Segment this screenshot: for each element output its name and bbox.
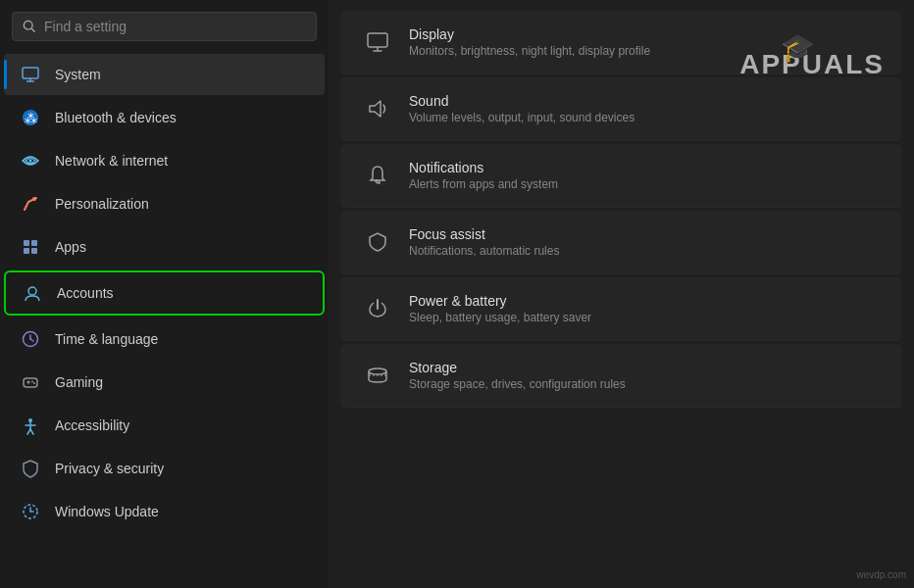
svg-point-8 (32, 197, 36, 201)
svg-point-21 (33, 382, 35, 384)
network-icon (20, 150, 41, 172)
search-input[interactable] (44, 19, 306, 34)
sidebar-label-accounts: Accounts (57, 285, 114, 301)
svg-rect-11 (24, 248, 29, 254)
setting-item-power[interactable]: Power & batterySleep, battery usage, bat… (340, 277, 902, 341)
focus-setting-desc: Notifications, automatic rules (409, 244, 559, 258)
gaming-icon (20, 371, 41, 393)
bluetooth-icon: ⁂ (20, 107, 41, 128)
svg-rect-2 (23, 68, 38, 78)
notifications-setting-text: NotificationsAlerts from apps and system (409, 160, 558, 191)
sound-setting-title: Sound (409, 93, 635, 109)
focus-setting-icon (364, 228, 391, 256)
power-setting-desc: Sleep, battery usage, battery saver (409, 311, 591, 324)
sidebar-label-accessibility: Accessibility (55, 417, 129, 433)
search-icon (23, 20, 36, 33)
power-setting-title: Power & battery (409, 293, 591, 309)
system-icon (20, 64, 41, 85)
svg-line-16 (30, 339, 33, 341)
sound-setting-icon (364, 95, 391, 122)
watermark: wevdp.com (856, 569, 906, 580)
focus-setting-text: Focus assistNotifications, automatic rul… (409, 226, 559, 258)
display-setting-desc: Monitors, brightness, night light, displ… (409, 44, 650, 58)
svg-rect-10 (31, 240, 37, 246)
svg-rect-12 (31, 248, 37, 254)
sidebar: System⁂Bluetooth & devicesNetwork & inte… (0, 0, 329, 588)
sidebar-item-system[interactable]: System (4, 54, 325, 95)
sidebar-label-personalization: Personalization (55, 196, 149, 212)
sidebar-item-personalization[interactable]: Personalization (4, 183, 325, 224)
apps-icon (20, 236, 41, 258)
sidebar-item-privacy[interactable]: Privacy & security (4, 448, 325, 489)
sidebar-label-time: Time & language (55, 331, 158, 347)
notifications-setting-title: Notifications (409, 160, 558, 175)
svg-point-7 (29, 160, 32, 163)
display-setting-text: DisplayMonitors, brightness, night light… (409, 26, 650, 58)
svg-line-25 (27, 429, 30, 434)
main-content: DisplayMonitors, brightness, night light… (329, 0, 914, 588)
sound-setting-text: SoundVolume levels, output, input, sound… (409, 93, 635, 124)
display-setting-icon (364, 28, 391, 56)
svg-text:⁂: ⁂ (25, 111, 37, 125)
svg-rect-17 (24, 378, 37, 387)
power-setting-text: Power & batterySleep, battery usage, bat… (409, 293, 591, 324)
sidebar-item-gaming[interactable]: Gaming (4, 362, 325, 403)
setting-item-focus[interactable]: Focus assistNotifications, automatic rul… (340, 211, 902, 274)
svg-line-1 (31, 28, 34, 31)
storage-setting-title: Storage (409, 360, 626, 375)
time-icon (20, 328, 41, 350)
sidebar-item-update[interactable]: Windows Update (4, 491, 325, 532)
setting-item-notifications[interactable]: NotificationsAlerts from apps and system (340, 144, 902, 208)
sound-setting-desc: Volume levels, output, input, sound devi… (409, 111, 635, 124)
app-container: System⁂Bluetooth & devicesNetwork & inte… (0, 0, 914, 588)
nav-items: System⁂Bluetooth & devicesNetwork & inte… (0, 53, 329, 588)
svg-line-26 (30, 429, 33, 434)
storage-setting-text: StorageStorage space, drives, configurat… (409, 360, 626, 391)
storage-setting-icon (364, 362, 391, 389)
notifications-setting-desc: Alerts from apps and system (409, 177, 558, 191)
sidebar-item-accounts[interactable]: Accounts (4, 270, 325, 316)
svg-point-13 (28, 287, 36, 295)
sidebar-item-accessibility[interactable]: Accessibility (4, 405, 325, 446)
update-icon (20, 501, 41, 522)
accounts-icon (22, 282, 43, 304)
sidebar-label-network: Network & internet (55, 153, 168, 169)
privacy-icon (20, 458, 41, 479)
sidebar-label-gaming: Gaming (55, 374, 103, 390)
sidebar-item-apps[interactable]: Apps (4, 226, 325, 268)
svg-point-20 (31, 381, 33, 383)
sidebar-label-privacy: Privacy & security (55, 461, 164, 476)
sidebar-item-bluetooth[interactable]: ⁂Bluetooth & devices (4, 97, 325, 138)
sidebar-item-network[interactable]: Network & internet (4, 140, 325, 181)
display-setting-title: Display (409, 26, 650, 42)
logo-character-icon: 🎓 (781, 31, 815, 64)
sidebar-label-bluetooth: Bluetooth & devices (55, 110, 177, 125)
svg-point-31 (369, 368, 386, 374)
personalization-icon (20, 193, 41, 215)
sidebar-label-update: Windows Update (55, 504, 159, 519)
sidebar-label-apps: Apps (55, 239, 86, 255)
power-setting-icon (364, 295, 391, 322)
setting-item-storage[interactable]: StorageStorage space, drives, configurat… (340, 344, 902, 408)
svg-rect-28 (368, 33, 387, 47)
accessibility-icon (20, 415, 41, 436)
notifications-setting-icon (364, 162, 391, 189)
logo-area: 🎓 APPUALS (739, 49, 885, 80)
svg-rect-9 (24, 240, 29, 246)
search-box[interactable] (12, 12, 317, 41)
storage-setting-desc: Storage space, drives, configuration rul… (409, 377, 626, 391)
setting-item-sound[interactable]: SoundVolume levels, output, input, sound… (340, 77, 902, 141)
focus-setting-title: Focus assist (409, 226, 559, 242)
sidebar-label-system: System (55, 67, 101, 82)
sidebar-item-time[interactable]: Time & language (4, 318, 325, 360)
